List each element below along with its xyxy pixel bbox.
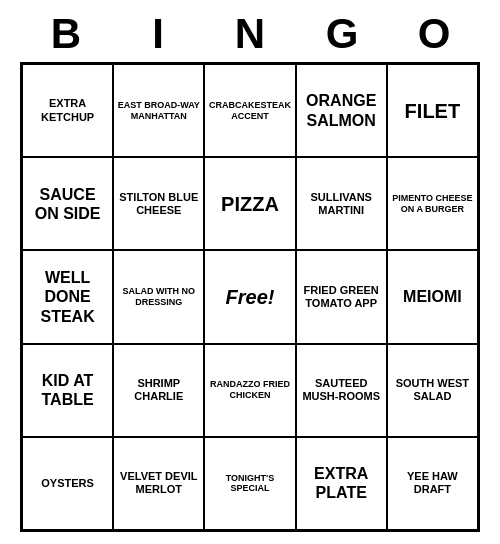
bingo-cell-3: ORANGE SALMON xyxy=(296,64,387,157)
header-i: I xyxy=(114,10,202,58)
bingo-cell-14: MEIOMI xyxy=(387,250,478,343)
bingo-grid: EXTRA KETCHUPEAST BROAD-WAY MANHATTANCRA… xyxy=(20,62,480,532)
bingo-cell-20: OYSTERS xyxy=(22,437,113,530)
header-g: G xyxy=(298,10,386,58)
bingo-header: B I N G O xyxy=(20,10,480,58)
bingo-cell-24: YEE HAW DRAFT xyxy=(387,437,478,530)
bingo-cell-18: SAUTEED MUSH-ROOMS xyxy=(296,344,387,437)
bingo-cell-19: SOUTH WEST SALAD xyxy=(387,344,478,437)
bingo-cell-15: KID AT TABLE xyxy=(22,344,113,437)
bingo-cell-11: SALAD WITH NO DRESSING xyxy=(113,250,204,343)
bingo-cell-8: SULLIVANS MARTINI xyxy=(296,157,387,250)
bingo-cell-22: TONIGHT'S SPECIAL xyxy=(204,437,295,530)
bingo-cell-10: WELL DONE STEAK xyxy=(22,250,113,343)
header-b: B xyxy=(22,10,110,58)
bingo-cell-2: CRABCAKESTEAK ACCENT xyxy=(204,64,295,157)
bingo-cell-16: SHRIMP CHARLIE xyxy=(113,344,204,437)
bingo-cell-4: FILET xyxy=(387,64,478,157)
bingo-cell-17: RANDAZZO FRIED CHICKEN xyxy=(204,344,295,437)
bingo-cell-6: STILTON BLUE CHEESE xyxy=(113,157,204,250)
header-o: O xyxy=(390,10,478,58)
bingo-cell-23: EXTRA PLATE xyxy=(296,437,387,530)
bingo-cell-21: VELVET DEVIL MERLOT xyxy=(113,437,204,530)
bingo-cell-9: PIMENTO CHEESE ON A BURGER xyxy=(387,157,478,250)
bingo-cell-1: EAST BROAD-WAY MANHATTAN xyxy=(113,64,204,157)
bingo-cell-0: EXTRA KETCHUP xyxy=(22,64,113,157)
bingo-cell-13: FRIED GREEN TOMATO APP xyxy=(296,250,387,343)
bingo-cell-7: PIZZA xyxy=(204,157,295,250)
header-n: N xyxy=(206,10,294,58)
bingo-cell-12: Free! xyxy=(204,250,295,343)
bingo-cell-5: SAUCE ON SIDE xyxy=(22,157,113,250)
